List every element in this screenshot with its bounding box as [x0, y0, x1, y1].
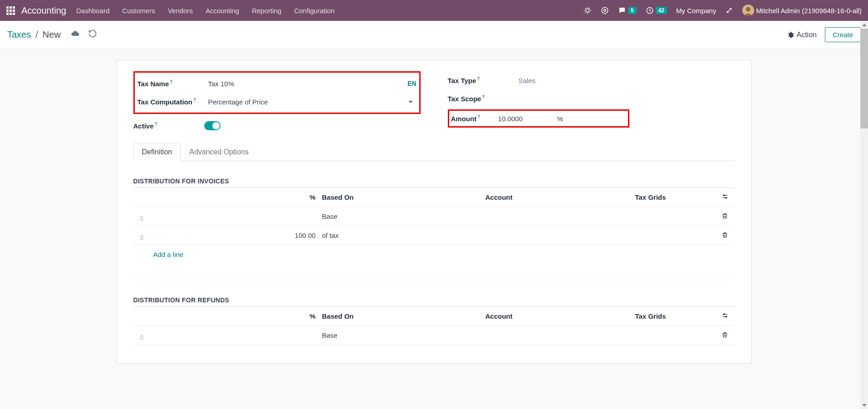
- discard-icon[interactable]: [88, 29, 97, 40]
- highlight-tax-name-computation: Tax Name? Tax 10% EN Tax Computation? Pe…: [133, 71, 421, 114]
- amount-input[interactable]: [498, 115, 553, 123]
- help-icon[interactable]: ?: [170, 79, 172, 84]
- svg-point-6: [723, 314, 725, 315]
- add-line-invoices[interactable]: Add a line: [133, 245, 735, 264]
- breadcrumb-sep: /: [35, 30, 38, 40]
- help-icon[interactable]: ?: [155, 122, 157, 127]
- create-button[interactable]: Create: [825, 27, 861, 42]
- action-dropdown[interactable]: Action: [787, 31, 817, 39]
- lang-badge[interactable]: EN: [407, 80, 416, 87]
- gear-icon: [787, 31, 794, 39]
- dist-refunds-section: DISTRIBUTION FOR REFUNDS % Based On Acco…: [133, 296, 735, 345]
- dist-invoices-section: DISTRIBUTION FOR INVOICES % Based On Acc…: [133, 177, 735, 280]
- nav-dashboard[interactable]: Dashboard: [76, 7, 109, 15]
- form-sheet: Tax Name? Tax 10% EN Tax Computation? Pe…: [117, 60, 752, 364]
- dist-refunds-head: % Based On Account Tax Grids: [133, 307, 735, 326]
- drag-handle-icon[interactable]: [139, 335, 144, 340]
- scrollbar[interactable]: [860, 21, 868, 364]
- apps-icon[interactable]: [6, 6, 15, 15]
- activities-badge: 42: [656, 7, 667, 14]
- dist-invoices-title: DISTRIBUTION FOR INVOICES: [133, 177, 735, 188]
- highlight-amount: Amount? %: [448, 109, 629, 128]
- drag-handle-icon[interactable]: [139, 235, 144, 240]
- delete-row-icon[interactable]: [715, 212, 735, 221]
- amount-label: Amount?: [451, 114, 498, 123]
- tax-type-select[interactable]: Sales: [519, 77, 735, 84]
- nav-vendors[interactable]: Vendors: [168, 7, 193, 15]
- svg-point-2: [604, 10, 606, 12]
- breadcrumb-bar: Taxes / New Action Create: [0, 21, 868, 49]
- form-left-col: Tax Name? Tax 10% EN Tax Computation? Pe…: [133, 71, 421, 135]
- svg-point-0: [586, 9, 589, 12]
- nav-reporting[interactable]: Reporting: [252, 7, 281, 15]
- svg-point-5: [725, 197, 726, 198]
- dist-refunds-title: DISTRIBUTION FOR REFUNDS: [133, 296, 735, 307]
- tax-name-input[interactable]: Tax 10% EN: [208, 80, 417, 88]
- svg-point-4: [723, 195, 725, 196]
- nav-accounting[interactable]: Accounting: [206, 7, 239, 15]
- tabs: Definition Advanced Options: [133, 143, 735, 161]
- tax-scope-label: Tax Scope?: [448, 94, 519, 103]
- svg-point-7: [725, 316, 726, 317]
- dist-row[interactable]: 100.00 of tax: [133, 226, 735, 245]
- avatar: [742, 5, 754, 16]
- col-account: Account: [485, 193, 635, 201]
- tab-advanced[interactable]: Advanced Options: [181, 143, 257, 161]
- nav-right: 5 42 My Company Mitchell Admin (21909648…: [584, 5, 862, 16]
- col-account: Account: [485, 312, 635, 320]
- chevron-down-icon: [408, 101, 413, 103]
- active-label: Active?: [133, 122, 204, 130]
- company-switch[interactable]: My Company: [676, 7, 716, 15]
- help-icon[interactable]: ?: [482, 94, 485, 99]
- tax-type-label: Tax Type?: [448, 76, 519, 84]
- help-icon[interactable]: ?: [477, 76, 480, 81]
- user-menu[interactable]: Mitchell Admin (21909648-16-0-all): [742, 5, 862, 16]
- nav-customers[interactable]: Customers: [122, 7, 155, 15]
- col-based: Based On: [322, 312, 485, 320]
- tax-computation-label: Tax Computation?: [137, 98, 208, 106]
- col-grids: Tax Grids: [635, 193, 715, 201]
- active-toggle[interactable]: [204, 121, 221, 130]
- amount-unit: %: [557, 115, 563, 123]
- scroll-up-icon[interactable]: [860, 21, 868, 29]
- form-right-col: Tax Type? Sales Tax Scope? Amount? %: [439, 71, 735, 135]
- columns-options-icon[interactable]: [715, 312, 735, 320]
- action-label: Action: [797, 31, 817, 39]
- top-navbar: Accounting Dashboard Customers Vendors A…: [0, 0, 868, 21]
- messages-icon[interactable]: 5: [618, 6, 637, 15]
- dist-row[interactable]: Base: [133, 326, 735, 345]
- nav-configuration[interactable]: Configuration: [294, 7, 334, 15]
- dist-invoices-head: % Based On Account Tax Grids: [133, 188, 735, 207]
- app-brand[interactable]: Accounting: [21, 5, 66, 16]
- tax-computation-select[interactable]: Percentage of Price: [208, 98, 417, 106]
- scroll-thumb[interactable]: [860, 29, 868, 128]
- svg-point-1: [602, 7, 608, 14]
- cloud-unsaved-icon[interactable]: [71, 29, 80, 40]
- help-icon[interactable]: ?: [477, 114, 480, 119]
- col-grids: Tax Grids: [635, 312, 715, 320]
- tax-name-label: Tax Name?: [137, 79, 208, 88]
- columns-options-icon[interactable]: [715, 193, 735, 202]
- messages-badge: 5: [628, 7, 637, 14]
- activities-icon[interactable]: 42: [646, 6, 667, 15]
- breadcrumb-current: New: [43, 30, 61, 40]
- drag-handle-icon[interactable]: [139, 216, 144, 221]
- delete-row-icon[interactable]: [715, 232, 735, 240]
- help-icon[interactable]: ?: [193, 98, 196, 103]
- tab-definition[interactable]: Definition: [133, 143, 181, 161]
- nav-links: Dashboard Customers Vendors Accounting R…: [76, 7, 584, 15]
- col-pct: %: [150, 312, 322, 320]
- delete-row-icon[interactable]: [715, 331, 735, 340]
- username: Mitchell Admin (21909648-16-0-all): [756, 7, 862, 15]
- support-icon[interactable]: [601, 6, 609, 15]
- debug-icon[interactable]: [584, 6, 592, 15]
- dist-row[interactable]: Base: [133, 207, 735, 226]
- col-pct: %: [150, 193, 322, 201]
- tools-icon[interactable]: [725, 6, 733, 15]
- breadcrumb-root[interactable]: Taxes: [7, 30, 31, 40]
- col-based: Based On: [322, 193, 485, 201]
